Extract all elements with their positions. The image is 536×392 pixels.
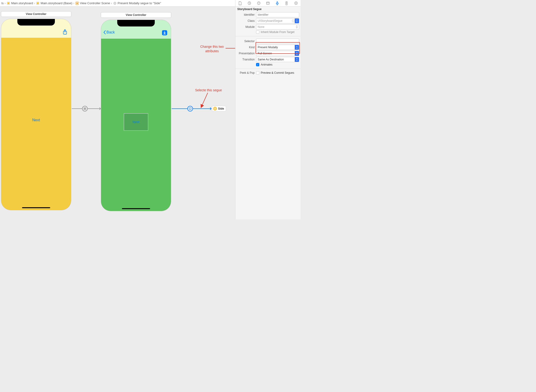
device-notch: [17, 19, 55, 26]
download-icon[interactable]: [162, 30, 167, 35]
svg-rect-3: [37, 2, 39, 4]
arrow-right-icon: [98, 106, 101, 112]
segue-2-selected[interactable]: [172, 106, 211, 112]
transition-select[interactable]: Same As Destination: [256, 57, 299, 62]
chevron-right-icon: ›: [73, 1, 74, 5]
module-select[interactable]: None: [256, 24, 299, 29]
view-controller-b[interactable]: Back Next: [101, 20, 171, 211]
inspector-section-header: Storyboard Segue: [235, 7, 301, 12]
preview-commit-label: Preview & Commit Segues: [261, 71, 294, 75]
selector-input[interactable]: [256, 39, 299, 44]
device-notch: [117, 20, 155, 27]
svg-rect-1: [8, 2, 9, 4]
inspector-form: Identifier Class UIStoryboardSegue ○ Mod…: [235, 12, 301, 76]
storyboard-ref-icon: [213, 107, 217, 111]
inherit-module-checkbox[interactable]: [256, 30, 259, 34]
arrow-right-icon: [208, 106, 211, 112]
svg-point-23: [215, 108, 215, 109]
home-indicator: [122, 208, 150, 209]
inspector-panel: ? Storyboard Segue Identifier Class UISt…: [235, 0, 301, 219]
storyboard-reference-side[interactable]: Side: [212, 106, 226, 112]
view-controller-a[interactable]: Next: [1, 19, 71, 210]
scene-icon: [75, 1, 79, 5]
next-button[interactable]: Next: [32, 118, 40, 122]
selector-label: Selector: [237, 40, 255, 43]
breadcrumb: ls › Main.storyboard › Main.storyboard (…: [0, 1, 260, 5]
breadcrumb-item[interactable]: Main.storyboard: [7, 1, 33, 5]
back-button[interactable]: Back: [103, 30, 115, 34]
container-view[interactable]: Next: [124, 113, 148, 131]
svg-rect-20: [84, 108, 86, 109]
chevron-right-icon: ›: [34, 1, 35, 5]
svg-rect-5: [77, 3, 78, 4]
kind-select[interactable]: Present Modally: [256, 45, 299, 50]
identifier-label: Identifier: [237, 13, 255, 16]
dropdown-caret-icon: [295, 25, 299, 29]
class-select[interactable]: UIStoryboardSegue ○: [256, 18, 299, 23]
dropdown-caret-icon: [295, 57, 299, 62]
chevron-left-icon: [103, 30, 106, 34]
svg-rect-7: [114, 3, 115, 4]
svg-line-25: [201, 93, 208, 107]
inspector-tab-bar: ?: [235, 0, 301, 7]
chevron-right-icon: ›: [111, 1, 112, 5]
identifier-input[interactable]: [256, 12, 299, 17]
segue-kind-icon: [187, 106, 193, 112]
annotation-arrow: [225, 46, 235, 51]
inherit-module-label: Inherit Module From Target: [261, 30, 295, 34]
kind-label: Kind: [237, 46, 255, 49]
svg-rect-29: [267, 2, 269, 5]
scene-title-bar[interactable]: View Controller: [1, 11, 71, 17]
scene-title-bar[interactable]: View Controller: [101, 12, 171, 18]
dropdown-caret-icon: [295, 19, 299, 23]
breadcrumb-item[interactable]: Present Modally segue to "Side": [113, 1, 161, 5]
svg-point-6: [114, 2, 116, 5]
annotation-select-segue: Selecte this segue: [195, 88, 222, 93]
separator: [235, 36, 301, 36]
preview-commit-checkbox[interactable]: [256, 71, 259, 75]
transition-label: Transition: [237, 58, 255, 61]
segue-kind-icon: [82, 106, 88, 112]
svg-text:?: ?: [258, 2, 259, 5]
module-label: Module: [237, 25, 255, 28]
chevron-right-icon: ›: [5, 1, 5, 5]
dropdown-caret-icon: [295, 51, 299, 56]
dropdown-caret-icon: [295, 45, 299, 50]
breadcrumb-item[interactable]: Main.storyboard (Base): [36, 1, 72, 5]
breadcrumb-item[interactable]: ls: [1, 1, 4, 5]
home-indicator: [22, 207, 50, 208]
svg-rect-21: [189, 108, 191, 110]
separator: [235, 69, 301, 69]
annotation-change-attributes: Change this twoattributes: [200, 45, 224, 53]
help-inspector-tab[interactable]: ?: [256, 0, 261, 6]
presentation-label: Presentation: [237, 52, 255, 55]
identity-inspector-tab[interactable]: [265, 0, 271, 6]
share-icon[interactable]: [62, 29, 67, 36]
storyboard-file-icon: [7, 1, 10, 5]
status-bar: [1, 19, 71, 38]
svg-rect-31: [286, 2, 287, 5]
class-clear-icon[interactable]: ○: [292, 19, 295, 22]
animates-label: Animates: [261, 63, 273, 66]
segue-1[interactable]: [72, 106, 101, 112]
storyboard-canvas[interactable]: View Controller View Controller Next Bac…: [0, 7, 235, 219]
connections-inspector-tab[interactable]: [293, 0, 299, 6]
animates-checkbox[interactable]: ✓: [256, 63, 259, 66]
breadcrumb-item[interactable]: View Controller Scene: [75, 1, 110, 5]
storyboard-file-icon: [36, 1, 40, 5]
segue-icon: [113, 1, 117, 5]
peek-pop-label: Peek & Pop: [237, 71, 255, 75]
size-inspector-tab[interactable]: [284, 0, 289, 6]
history-inspector-tab[interactable]: [247, 0, 252, 6]
status-bar: Back: [101, 20, 171, 39]
attributes-inspector-tab[interactable]: [275, 0, 280, 6]
presentation-select[interactable]: Full Screen: [256, 51, 299, 56]
file-inspector-tab[interactable]: [237, 0, 243, 6]
class-label: Class: [237, 19, 255, 23]
